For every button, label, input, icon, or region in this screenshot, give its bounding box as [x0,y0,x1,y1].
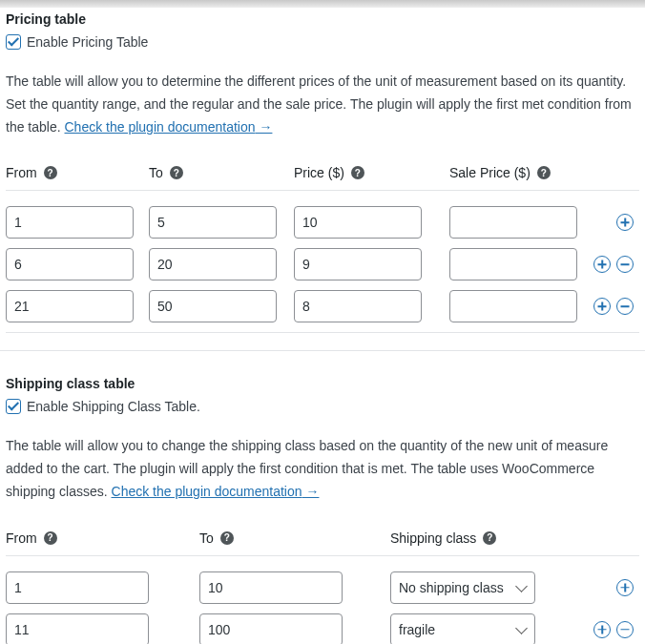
enable-shipping-label: Enable Shipping Class Table. [27,399,200,414]
help-icon[interactable]: ? [170,166,183,179]
header-to: To ? [199,530,390,546]
header-to: To ? [149,165,294,180]
table-row [6,248,639,280]
header-sale: Sale Price ($) ? [449,165,583,180]
sale-input[interactable] [449,248,577,280]
enable-pricing-row[interactable]: Enable Pricing Table [6,34,639,50]
header-from: From ? [6,530,199,546]
to-input[interactable] [199,571,343,604]
price-input[interactable] [294,206,422,239]
add-row-button[interactable] [593,256,611,273]
pricing-description: The table will allow you to determine th… [6,71,639,138]
add-row-button[interactable] [616,579,634,596]
header-price: Price ($) ? [294,165,449,180]
remove-row-button[interactable] [616,621,634,638]
pricing-doc-link[interactable]: Check the plugin documentation [65,119,273,135]
enable-shipping-checkbox[interactable] [6,399,21,414]
help-icon[interactable]: ? [44,166,57,179]
table-row: fragile [6,613,639,644]
table-row: No shipping class [6,571,639,604]
help-icon[interactable]: ? [44,531,57,545]
shipping-title: Shipping class table [6,376,639,391]
shipping-class-select[interactable]: No shipping class [390,571,535,604]
from-input[interactable] [6,613,149,644]
from-input[interactable] [6,248,134,280]
to-input[interactable] [149,290,277,322]
table-row [6,290,639,322]
pricing-title: Pricing table [6,11,639,27]
pricing-table-header: From ? To ? Price ($) ? Sale Price ($) ? [6,157,639,191]
help-icon[interactable]: ? [351,166,364,179]
from-input[interactable] [6,290,134,322]
help-icon[interactable]: ? [537,166,551,179]
header-shipping-class: Shipping class ? [390,530,557,546]
to-input[interactable] [199,613,343,644]
shipping-class-select[interactable]: fragile [390,613,535,644]
enable-shipping-row[interactable]: Enable Shipping Class Table. [6,399,639,414]
sale-input[interactable] [449,206,577,239]
shipping-description: The table will allow you to change the s… [6,435,639,503]
sale-input[interactable] [449,290,577,322]
enable-pricing-checkbox[interactable] [6,34,21,50]
table-row [6,206,639,239]
remove-row-button[interactable] [616,256,634,273]
divider [6,332,639,333]
remove-row-button[interactable] [616,298,634,315]
add-row-button[interactable] [593,298,611,315]
add-row-button[interactable] [593,621,611,638]
from-input[interactable] [6,571,149,604]
shipping-class-section: Shipping class table Enable Shipping Cla… [0,350,645,644]
help-icon[interactable]: ? [220,531,234,545]
to-input[interactable] [149,206,277,239]
shipping-doc-link[interactable]: Check the plugin documentation [112,484,320,499]
pricing-table-section: Pricing table Enable Pricing Table The t… [0,8,645,350]
header-from: From ? [6,165,149,180]
enable-pricing-label: Enable Pricing Table [27,34,148,50]
shipping-table-header: From ? To ? Shipping class ? [6,523,639,556]
help-icon[interactable]: ? [483,531,496,545]
to-input[interactable] [149,248,277,280]
price-input[interactable] [294,248,422,280]
add-row-button[interactable] [616,214,634,231]
from-input[interactable] [6,206,134,239]
price-input[interactable] [294,290,422,322]
